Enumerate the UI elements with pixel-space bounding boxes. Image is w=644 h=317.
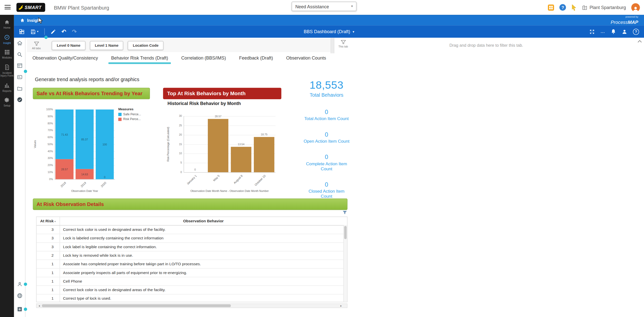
stat-closed-action-item-count: 0Closed Action Item Count bbox=[292, 181, 361, 199]
y-tick-label: 70% bbox=[42, 129, 53, 132]
month-bar[interactable] bbox=[254, 137, 274, 172]
rail-folder-icon[interactable] bbox=[17, 86, 23, 91]
safe-bar-segment[interactable]: 71.43 bbox=[55, 110, 73, 159]
dashboard-title-dropdown[interactable]: BBS Dashboard (Draft) ▾ bbox=[14, 25, 644, 38]
bar-value-label: 71.43 bbox=[55, 133, 73, 136]
table-horizontal-scrollbar[interactable]: ◂ ▸ bbox=[36, 303, 348, 308]
y-tick-label: 60% bbox=[42, 136, 53, 138]
bar-value-label: 85.37 bbox=[75, 138, 94, 141]
stat-value[interactable]: 0 bbox=[292, 131, 361, 138]
risk-bar-segment[interactable]: 14.63 bbox=[75, 169, 94, 179]
pointer-icon[interactable] bbox=[572, 4, 577, 10]
legend-label: Safe Perce... bbox=[123, 112, 141, 116]
filter-chip-level-0-name[interactable]: Level 0 Name bbox=[52, 41, 85, 50]
safe-bar-segment[interactable]: 85.37 bbox=[75, 110, 94, 169]
cell-at-risk: 1 bbox=[36, 285, 59, 294]
cell-observation-behavior: Associate properly inspects all parts of… bbox=[60, 268, 347, 277]
scrollbar-thumb[interactable] bbox=[344, 226, 347, 239]
sidebar-reports-icon bbox=[4, 82, 10, 88]
home-icon bbox=[20, 18, 25, 22]
stat-value[interactable]: 18,553 bbox=[292, 79, 361, 91]
sidebar-item-home[interactable]: Home bbox=[0, 17, 14, 32]
column-header-observation-behavior[interactable]: Observation Behavior bbox=[60, 217, 347, 225]
collapse-filterbar-icon[interactable] bbox=[637, 40, 642, 42]
mouse-cursor bbox=[38, 17, 43, 24]
sidebar-item-setup[interactable]: Setup bbox=[0, 95, 14, 110]
sidebar-incident-injury-form-icon bbox=[4, 64, 10, 70]
stat-value[interactable]: 0 bbox=[292, 181, 361, 188]
avatar[interactable] bbox=[631, 3, 640, 12]
tab-observation-counts[interactable]: Observation Counts bbox=[285, 54, 327, 64]
sidebar-item-label: Home bbox=[4, 26, 10, 29]
all-tabs-filter-zone[interactable]: All tabs Level 0 NameLevel 1 NameLocatio… bbox=[27, 39, 331, 52]
sidebar-item-modules[interactable]: Modules bbox=[0, 47, 14, 62]
sidebar-item-incident-injury-form[interactable]: Incident Injury Form bbox=[0, 62, 14, 80]
rail-dataset-icon[interactable] bbox=[17, 63, 23, 69]
table-row[interactable]: 3Lock is labeled correctly containing th… bbox=[36, 234, 347, 242]
scroll-left-icon[interactable]: ◂ bbox=[36, 304, 42, 308]
legend-item-risk-percentage[interactable]: Risk Perce... bbox=[118, 117, 141, 121]
this-tab-filter-zone[interactable]: This tab Drag and drop data here to filt… bbox=[334, 39, 638, 52]
stat-value[interactable]: 0 bbox=[292, 154, 361, 160]
need-assistance-dropdown[interactable]: Need Assistance ▾ bbox=[292, 2, 356, 11]
more-options-icon[interactable]: ... bbox=[601, 30, 605, 34]
column-header-at-risk[interactable]: At Risk▾ bbox=[36, 217, 59, 225]
tab-behavior-risk-trends-draft[interactable]: Behavior Risk Trends (Draft) bbox=[110, 54, 169, 64]
rail-search-icon[interactable] bbox=[17, 52, 23, 58]
hamburger-menu-icon[interactable] bbox=[5, 5, 11, 10]
rail-location-person-icon[interactable] bbox=[17, 281, 23, 287]
table-row[interactable]: 3Correct lock color is used in designate… bbox=[36, 225, 347, 234]
rail-card-icon[interactable] bbox=[17, 74, 23, 80]
sidebar-item-reports[interactable]: Reports bbox=[0, 80, 14, 95]
y-tick-label: 20 bbox=[171, 133, 182, 136]
table-vertical-scrollbar[interactable] bbox=[343, 225, 347, 302]
rail-add-widget-icon[interactable] bbox=[17, 306, 23, 312]
sidebar-insight-icon bbox=[4, 34, 10, 40]
filter-chip-location-code[interactable]: Location Code bbox=[128, 41, 163, 50]
legend-item-safe-percentage[interactable]: Safe Perce... bbox=[118, 112, 141, 116]
risk-bar-segment[interactable]: 28.57 bbox=[55, 159, 73, 179]
notifications-bell-icon[interactable] bbox=[611, 29, 616, 34]
table-row[interactable]: 1Associate properly inspects all parts o… bbox=[36, 268, 347, 277]
scrollbar-thumb[interactable] bbox=[42, 304, 231, 307]
safe-bar-segment[interactable]: 100 bbox=[96, 110, 114, 179]
user-icon[interactable] bbox=[622, 29, 627, 34]
tab-observation-quality-consistency[interactable]: Observation Quality/Consistency bbox=[32, 54, 99, 64]
cell-observation-behavior: Correct lock color is used in designated… bbox=[60, 225, 347, 234]
smart-logo: SMART bbox=[16, 3, 45, 12]
cell-at-risk: 1 bbox=[36, 268, 59, 277]
tab-feedback-draft[interactable]: Feedback (Draft) bbox=[238, 54, 274, 64]
table-row[interactable]: 1Cell Phone bbox=[36, 277, 347, 285]
filter-chip-level-1-name[interactable]: Level 1 Name bbox=[90, 41, 123, 50]
rail-globe-icon[interactable] bbox=[17, 293, 23, 299]
location-selector[interactable]: Plant Spartanburg bbox=[582, 5, 626, 10]
all-tabs-filter[interactable]: All tabs bbox=[32, 41, 41, 50]
help-icon[interactable]: ? bbox=[633, 28, 639, 34]
kpi-stats-column: 18,553Total Behaviors0Total Action Item … bbox=[292, 79, 361, 208]
bar-value-label: 0 bbox=[185, 168, 206, 171]
scroll-right-icon[interactable]: ▸ bbox=[338, 304, 344, 308]
help-circle-icon[interactable]: ? bbox=[559, 4, 566, 11]
tab-correlation-bbs-ims[interactable]: Correlation (BBS/IMS) bbox=[180, 54, 227, 64]
bar-value-label: 100 bbox=[96, 143, 114, 146]
chart2-y-axis-label: Risk Percentage (Calculated) bbox=[167, 116, 169, 173]
fullscreen-icon[interactable] bbox=[590, 29, 595, 34]
table-row[interactable]: 1Correct lock color is used in designate… bbox=[36, 285, 347, 294]
sidebar-setup-icon bbox=[4, 97, 10, 103]
month-bar[interactable] bbox=[208, 119, 228, 172]
table-row[interactable]: 3Lock label is legible containing the co… bbox=[36, 242, 347, 251]
apps-orange-icon[interactable] bbox=[548, 4, 554, 10]
bar-value-label: 18.75 bbox=[254, 133, 274, 136]
logo-text: SMART bbox=[25, 5, 42, 10]
rail-home-icon[interactable] bbox=[17, 40, 23, 46]
table-header-row: At Risk▾ Observation Behavior bbox=[36, 217, 347, 225]
stat-value[interactable]: 0 bbox=[292, 109, 361, 115]
table-row[interactable]: 1Associate has completed proper training… bbox=[36, 259, 347, 268]
table-filter-funnel-icon[interactable] bbox=[343, 210, 347, 215]
y-tick-label: 25 bbox=[171, 124, 182, 127]
sidebar-item-insight[interactable]: Insight bbox=[0, 32, 14, 47]
table-row[interactable]: 1Correct type of lock is used. bbox=[36, 294, 347, 302]
rail-check-icon[interactable] bbox=[17, 97, 23, 102]
month-bar[interactable] bbox=[231, 147, 252, 172]
table-row[interactable]: 2Lock key is removed while lock is in us… bbox=[36, 251, 347, 259]
